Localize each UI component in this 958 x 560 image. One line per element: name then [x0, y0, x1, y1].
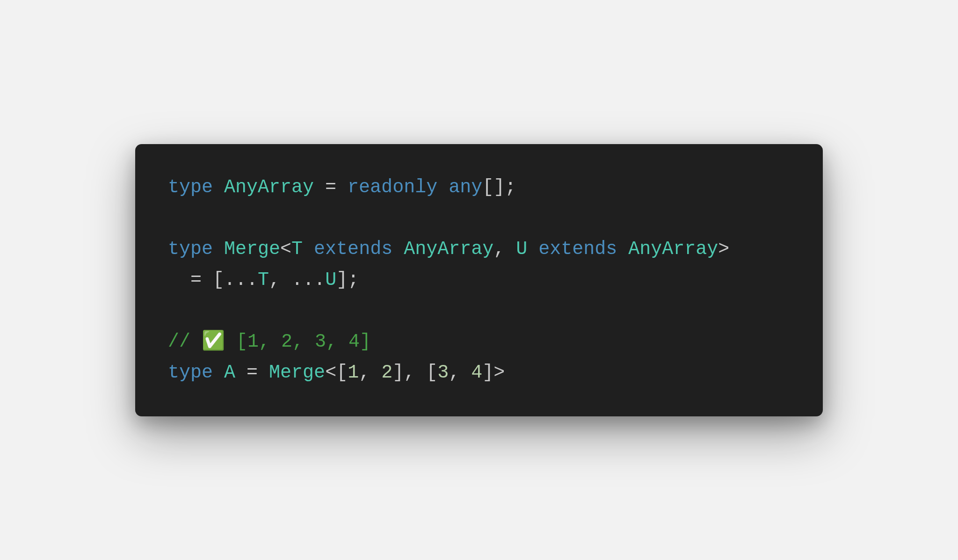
number-literal: 3 [437, 362, 449, 383]
blank-line [168, 203, 790, 234]
type-variable: T [258, 269, 269, 291]
type-variable: T [291, 239, 303, 260]
equals-operator: = [190, 269, 202, 291]
type-name: A [224, 362, 235, 383]
keyword-readonly: readonly [348, 177, 437, 198]
code-line-3: type Merge<T extends AnyArray, U extends… [168, 234, 790, 265]
brackets: [] [482, 177, 505, 198]
bracket-open: [ [426, 362, 437, 383]
equals-operator: = [325, 177, 336, 198]
comma: , [404, 362, 415, 383]
code-line-6: // ✅ [1, 2, 3, 4] [168, 327, 790, 357]
spread-operator: ... [291, 269, 325, 291]
comma: , [449, 362, 460, 383]
type-name: Merge [224, 239, 280, 260]
keyword-type: type [168, 177, 213, 198]
number-literal: 2 [381, 362, 392, 383]
bracket-close: ] [336, 269, 348, 291]
number-literal: 1 [348, 362, 359, 383]
bracket-close: ] [482, 362, 494, 383]
comma: , [269, 269, 280, 291]
angle-bracket-close: > [718, 239, 729, 260]
angle-bracket-close: > [494, 362, 505, 383]
code-line-7: type A = Merge<[1, 2], [3, 4]> [168, 357, 790, 388]
blank-line [168, 296, 790, 327]
bracket-open: [ [213, 269, 224, 291]
comma: , [494, 239, 505, 260]
angle-bracket-open: < [325, 362, 336, 383]
keyword-extends: extends [538, 239, 617, 260]
number-literal: 4 [471, 362, 482, 383]
equals-operator: = [247, 362, 258, 383]
keyword-any: any [449, 177, 482, 198]
code-line-4: = [...T, ...U]; [168, 265, 790, 296]
bracket-close: ] [392, 362, 404, 383]
code-snippet-card: type AnyArray = readonly any[]; type Mer… [135, 144, 823, 416]
bracket-open: [ [336, 362, 348, 383]
type-variable: U [516, 239, 527, 260]
keyword-type: type [168, 239, 213, 260]
type-name: AnyArray [224, 177, 314, 198]
type-variable: U [325, 269, 336, 291]
keyword-extends: extends [314, 239, 392, 260]
type-ref: Merge [269, 362, 325, 383]
comment: // ✅ [1, 2, 3, 4] [168, 331, 371, 352]
semicolon: ; [505, 177, 516, 198]
comma: , [359, 362, 370, 383]
type-ref: AnyArray [628, 239, 718, 260]
semicolon: ; [348, 269, 359, 291]
keyword-type: type [168, 362, 213, 383]
angle-bracket-open: < [280, 239, 291, 260]
code-line-1: type AnyArray = readonly any[]; [168, 172, 790, 203]
type-ref: AnyArray [404, 239, 494, 260]
spread-operator: ... [224, 269, 258, 291]
